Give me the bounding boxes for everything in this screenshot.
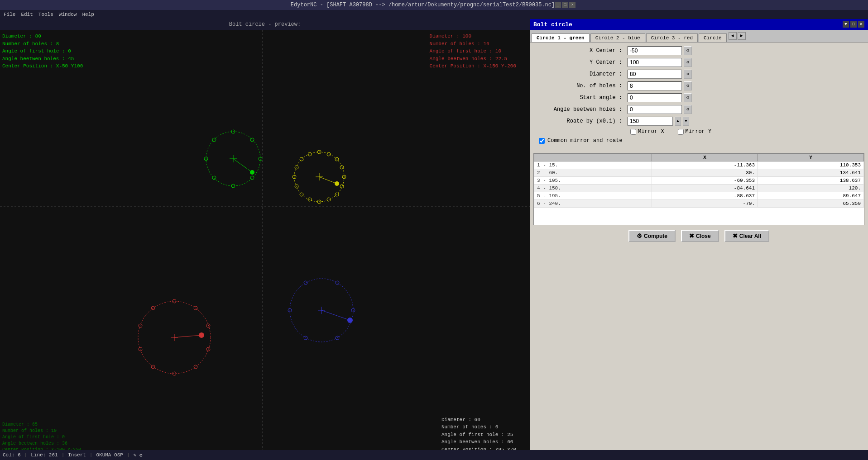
diameter-clear-btn[interactable]: ⌫ [684,70,692,79]
status-sep2: | [127,452,130,458]
tab-circle2[interactable]: Circle 2 - blue [590,33,645,42]
coord-table: X Y 1 - 15.-11.363110.3532 - 60.-30.134.… [534,153,864,208]
right-panel: Bolt circle ▼ □ × Circle 1 - green Circl… [530,19,868,460]
y-center-row: Y Center : ⌫ [535,58,863,67]
menu-bar: File Edit Tools Window Help [0,10,868,19]
mirror-row: Mirror X Mirror Y [535,128,863,135]
diameter-input[interactable] [628,70,682,79]
common-mirror-row: Common mirror and roate [535,138,863,144]
menu-help[interactable]: Help [82,12,94,17]
compute-button[interactable]: ⚙ Compute [628,230,676,242]
clear-all-icon: ✖ [733,232,738,239]
angle-between-row: Angle beetwen holes : ⌫ [535,105,863,114]
table-row: 4 - 150.-84.641120. [534,185,864,192]
col-header-x: X [652,154,758,161]
common-mirror-label: Common mirror and roate [547,138,623,144]
title-bar: EdytorNC - [SHAFT A30798D --> /home/artu… [0,0,868,10]
no-holes-row: No. of holes : ⌫ [535,81,863,90]
mirror-y-item: Mirror Y [678,128,712,135]
info-bottom-right: Diameter : 60 Number of holes : 6 Angle … [441,416,516,454]
menu-edit[interactable]: Edit [21,12,33,17]
no-holes-label: No. of holes : [535,83,626,89]
mirror-x-item: Mirror X [630,128,664,135]
common-mirror-checkbox[interactable] [539,138,545,144]
mirror-y-checkbox[interactable] [678,129,684,135]
tab-next-arrow[interactable]: ► [738,32,746,40]
status-line: Line: 261 [31,452,58,458]
tabs-bar: Circle 1 - green Circle 2 - blue Circle … [530,30,868,43]
y-center-clear-btn[interactable]: ⌫ [684,58,692,67]
mirror-x-checkbox[interactable] [630,129,636,135]
status-bar: Col: 6 | Line: 261 | Insert | OKUMA OSP … [0,450,868,460]
rotate-row: Roate by (x0.1) : ▲ ▼ [535,117,863,126]
clear-all-button[interactable]: ✖ Clear All [724,230,769,242]
y-center-input[interactable] [628,58,682,67]
canvas-area: Bolt circle - preview: [0,19,530,460]
mirror-x-label: Mirror X [638,128,664,135]
form-area: X Center : ⌫ Y Center : ⌫ Diameter : ⌫ N… [530,43,868,151]
col-header-y: Y [758,154,864,161]
menu-tools[interactable]: Tools [38,12,53,17]
no-holes-clear-btn[interactable]: ⌫ [684,81,692,90]
start-angle-row: Start angle : ⌫ [535,93,863,102]
panel-close-btn[interactable]: × [858,21,864,28]
coord-table-wrap[interactable]: X Y 1 - 15.-11.363110.3532 - 60.-30.134.… [533,153,864,225]
svg-rect-0 [0,30,530,460]
x-center-label: X Center : [535,47,626,54]
title-bar-text: EdytorNC - [SHAFT A30798D --> /home/artu… [291,2,555,8]
maximize-btn[interactable]: □ [562,2,568,8]
x-center-input[interactable] [628,46,682,55]
start-angle-input[interactable] [628,93,682,102]
tab-circle4[interactable]: Circle [699,33,727,42]
status-mode: OKUMA OSP [96,452,123,458]
table-row: 2 - 60.-30.134.641 [534,169,864,177]
close-button[interactable]: ✖ Close [681,230,719,242]
status-icons: ✎ ⚙ [134,452,143,458]
menu-file[interactable]: File [4,12,15,17]
panel-title-bar: Bolt circle ▼ □ × [530,19,868,30]
tab-prev-arrow[interactable]: ◄ [729,32,737,40]
table-row: 6 - 240.-70.65.359 [534,200,864,208]
minimize-btn[interactable]: _ [555,2,561,8]
mirror-y-label: Mirror Y [686,128,712,135]
no-holes-input[interactable] [628,81,682,90]
start-angle-label: Start angle : [535,95,626,101]
rotate-up-btn[interactable]: ▲ [675,117,681,126]
action-buttons: ⚙ Compute ✖ Close ✖ Clear All [530,230,868,246]
col-header-index [534,154,652,161]
table-row: 3 - 105.-60.353138.637 [534,177,864,185]
diameter-row: Diameter : ⌫ [535,70,863,79]
info-red: Diameter : 100 Number of holes : 16 Angl… [430,33,516,70]
compute-icon: ⚙ [637,232,642,239]
tab-circle3[interactable]: Circle 3 - red [646,33,698,42]
title-bar-controls[interactable]: _ □ × [555,2,577,8]
menu-window[interactable]: Window [59,12,77,17]
rotate-input[interactable] [628,117,673,126]
panel-maximize-btn[interactable]: □ [850,21,857,28]
panel-minimize-btn[interactable]: ▼ [843,21,849,28]
diameter-label: Diameter : [535,71,626,77]
close-icon: ✖ [689,232,694,239]
angle-between-label: Angle beetwen holes : [535,106,626,113]
angle-between-input[interactable] [628,105,682,114]
rotate-down-btn[interactable]: ▼ [683,117,689,126]
angle-between-clear-btn[interactable]: ⌫ [684,105,692,114]
y-center-label: Y Center : [535,59,626,66]
tab-circle1[interactable]: Circle 1 - green [532,33,590,42]
x-center-clear-btn[interactable]: ⌫ [684,46,692,55]
rotate-label: Roate by (x0.1) : [535,118,626,124]
start-angle-clear-btn[interactable]: ⌫ [684,93,692,102]
table-row: 1 - 15.-11.363110.353 [534,161,864,169]
panel-title: Bolt circle [533,21,572,28]
close-btn[interactable]: × [569,2,575,8]
panel-title-controls[interactable]: ▼ □ × [843,21,864,28]
canvas-svg [0,30,530,460]
info-bottom-left: Diameter : 65 Number of holes : 10 Angle… [2,422,81,453]
table-row: 5 - 195.-88.63789.647 [534,192,864,200]
status-col: Col: 6 [3,452,21,458]
x-center-row: X Center : ⌫ [535,46,863,55]
preview-title: Bolt circle - preview: [0,19,530,30]
status-insert: Insert [68,452,86,458]
info-green: Diameter : 80 Number of holes : 8 Angle … [2,33,83,70]
